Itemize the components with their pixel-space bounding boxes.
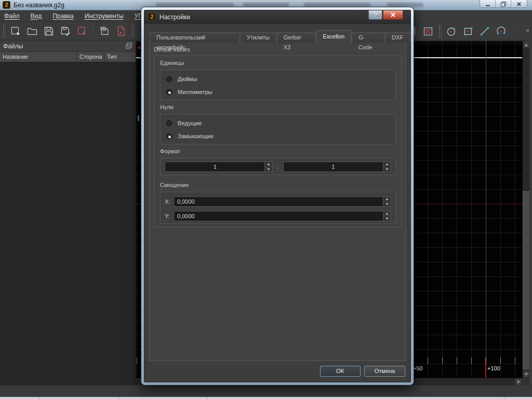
ruler-tick [137,357,137,364]
minimize-button[interactable] [480,0,496,8]
spin-up-button[interactable] [383,162,391,167]
radio-label: Замыкающие [178,133,214,139]
save-project-icon[interactable] [42,24,56,38]
units-group-label: Единицы [160,60,184,66]
toolbar-drag-handle[interactable] [131,24,135,38]
canvas-artifact [138,46,140,49]
vertical-scroll-thumb[interactable] [523,191,530,369]
spin-down-button[interactable] [383,201,391,206]
ok-button[interactable]: OK [320,366,361,377]
radio-button[interactable] [166,133,172,140]
circle-tool-icon[interactable] [445,24,458,38]
menu-file[interactable]: Файл [4,12,20,20]
new-project-icon[interactable] [9,24,22,38]
tab-g-code[interactable]: G-Code [352,32,384,43]
spin-up-button[interactable] [265,162,272,167]
dialog-title: Настройки [159,14,190,21]
zeros-group-label: Нули [160,104,174,110]
files-panel: Файлы Название Сторона Тип [0,41,136,385]
close-button[interactable] [511,0,527,8]
status-bar [0,385,532,397]
canvas-major-gridline [486,41,486,378]
files-panel-title: Файлы [3,43,23,50]
save-all-icon[interactable] [98,24,111,38]
save-project-as-icon[interactable] [59,24,72,38]
window-right-edge [529,10,532,385]
spin-down-button[interactable] [383,167,391,172]
window-title: Без названия.g2g [14,2,64,9]
radio-label: Дюймы [178,76,197,82]
tab-excellon[interactable]: Excellon [316,30,351,43]
menu-view[interactable]: Вид [31,12,42,20]
restore-button[interactable] [496,0,511,8]
radio-option-row[interactable]: Дюймы [166,74,197,84]
toolbar-drag-handle[interactable] [438,24,442,38]
radio-option-row[interactable]: Миллиметры [166,87,212,97]
scroll-up-button[interactable] [523,41,530,48]
ruler-tick [486,357,486,364]
app-icon: 2 [3,1,10,9]
spin-up-button[interactable] [383,197,391,202]
scrollbar-corner [522,378,529,385]
rectangle-tool-icon[interactable] [461,24,475,38]
dialog-help-button[interactable]: ? [368,10,382,20]
tab-пользовательский-интерфейс[interactable]: Пользовательский интерфейс [150,32,240,43]
radio-option-row[interactable]: Ведущие [166,118,202,128]
titlebar-ghost-text [156,3,234,7]
column-header-side[interactable]: Сторона [77,52,104,62]
ruler-tick [457,357,457,364]
menu-tools[interactable]: Инструменты [85,12,124,20]
radio-button[interactable] [166,89,172,96]
units-group-box: ДюймыМиллиметры [160,70,396,100]
column-header-type[interactable]: Тип [104,52,136,62]
export-document-icon[interactable] [114,24,128,38]
spin-down-button[interactable] [383,216,391,221]
arc-tool-icon[interactable] [495,24,508,38]
float-panel-icon[interactable] [125,42,132,51]
offset-y-label: Y: [165,213,174,219]
close-project-icon[interactable] [75,24,89,38]
taskbar-sliver [0,397,532,399]
format-group-label: Формат [160,148,180,154]
files-list[interactable] [0,62,136,385]
ruler-tick [515,357,515,364]
titlebar-ghost-text [304,3,370,7]
ruler-tick [442,357,443,364]
toolbar-drag-handle[interactable] [2,24,6,38]
offset-x-spinbox[interactable]: 0,0000 [174,196,391,207]
format-group-box: 1 : 1 [160,158,396,175]
open-project-icon[interactable] [25,24,39,38]
radio-button[interactable] [166,120,172,127]
toolbar-overflow-icon[interactable]: » [526,26,529,34]
default-values-frame: Единицы ДюймыМиллиметры Нули ВедущиеЗамы… [154,56,402,228]
offset-x-label: X: [165,198,174,205]
dialog-app-icon: 2 [148,13,156,21]
column-header-name[interactable]: Название [0,52,77,62]
menu-edit[interactable]: Правка [52,12,74,20]
radio-button[interactable] [166,76,172,83]
ruler-label: +100 [487,365,500,371]
format-integer-spinbox[interactable]: 1 [165,162,273,172]
vertical-scrollbar[interactable] [522,41,529,378]
offset-y-spinbox[interactable]: 0,0000 [174,211,391,221]
dialog-close-button[interactable] [383,10,403,20]
spin-up-button[interactable] [383,211,391,216]
line-tool-icon[interactable] [478,24,491,38]
settings-dialog: 2 Настройки ? Пользовательский интерфейс… [141,7,414,385]
radio-option-row[interactable]: Замыкающие [166,131,214,141]
spin-down-button[interactable] [265,167,272,172]
ruler-tick [500,357,501,364]
files-panel-header: Файлы [0,41,136,52]
scroll-down-button[interactable] [523,370,530,378]
format-decimal-spinbox[interactable]: 1 [283,162,391,172]
tab-утилиты[interactable]: Утилиты [240,32,276,43]
cancel-button[interactable]: Отмена [364,366,405,377]
tab-gerber-x3[interactable]: Gerber X3 [277,32,316,43]
scroll-right-button[interactable] [515,378,522,385]
ruler-tick [471,357,472,364]
window-controls [480,0,527,8]
drill-array-icon[interactable] [421,24,435,38]
tab-dxf[interactable]: DXF [385,32,410,43]
titlebar-ghost-text [243,3,289,7]
tab-pane-excellon: Default values Единицы ДюймыМиллиметры Н… [149,42,406,361]
